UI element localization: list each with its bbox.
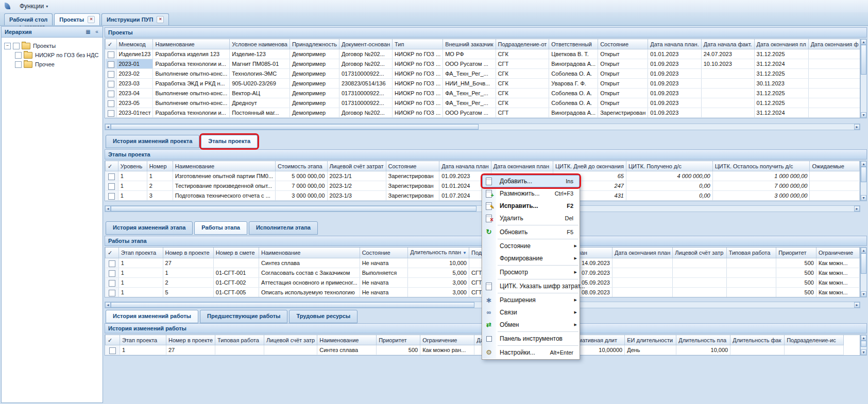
column-header[interactable]: Наименование bbox=[173, 161, 275, 171]
column-header[interactable]: Этап проекта bbox=[120, 335, 166, 345]
context-menu-item[interactable]: ↻ОбновитьF5 bbox=[482, 226, 580, 238]
column-header[interactable]: Длительность план▼ bbox=[408, 248, 469, 258]
column-header[interactable]: Номер bbox=[147, 161, 173, 171]
column-header[interactable]: ЕИ длительности bbox=[625, 335, 676, 345]
context-menu-item[interactable]: Размножить...Ctrl+F3 bbox=[482, 187, 580, 200]
context-menu-item[interactable]: УдалитьDel bbox=[482, 212, 580, 224]
column-header[interactable]: Состояние bbox=[386, 161, 439, 171]
column-header[interactable]: Уровень bbox=[118, 161, 147, 171]
column-header[interactable]: Длительность фак bbox=[730, 335, 785, 345]
row-checkbox[interactable] bbox=[109, 347, 116, 354]
column-header[interactable]: Длительность пла bbox=[676, 335, 730, 345]
column-header[interactable]: Дата начала факт. bbox=[701, 39, 754, 49]
column-header[interactable]: Этап проекта bbox=[118, 248, 163, 258]
column-header[interactable]: Номер в проекте bbox=[166, 335, 215, 345]
column-header[interactable]: Приоритет bbox=[377, 335, 420, 345]
scrollbar-thumb[interactable] bbox=[111, 124, 479, 130]
subtab[interactable]: История изменений проекта bbox=[106, 135, 199, 148]
row-checkbox[interactable] bbox=[108, 183, 115, 190]
context-menu-item[interactable]: ∞Связи▶ bbox=[482, 306, 580, 319]
column-header[interactable]: Принадлежность bbox=[290, 39, 339, 49]
collapse-panel-icon[interactable]: « bbox=[93, 28, 101, 36]
row-checkbox[interactable] bbox=[109, 260, 115, 267]
scroll-up-icon[interactable]: ▴ bbox=[861, 161, 866, 167]
context-menu-item[interactable]: Состояние▶ bbox=[482, 240, 580, 252]
column-header[interactable]: Наименование bbox=[259, 248, 360, 258]
subtab[interactable]: Трудовые ресурсы bbox=[289, 310, 358, 323]
projects-horizontal-scrollbar[interactable]: ◂ ▸ bbox=[105, 124, 860, 130]
column-header[interactable]: Тип bbox=[393, 39, 443, 49]
subtab[interactable]: История изменений работы bbox=[106, 310, 198, 323]
scrollbar-track[interactable] bbox=[861, 167, 866, 195]
table-row[interactable]: 2023-04Выполнение опытно-конс...Вектор-А… bbox=[106, 89, 861, 98]
row-checkbox[interactable] bbox=[109, 290, 115, 296]
workspace-tab[interactable]: Рабочий стол bbox=[4, 13, 53, 25]
row-checkbox[interactable] bbox=[108, 173, 115, 180]
context-menu-item[interactable]: ЦИТК. Указать шифр затрат... bbox=[482, 280, 580, 292]
column-header[interactable]: Ожидаемые bbox=[810, 161, 860, 171]
close-icon[interactable]: × bbox=[88, 16, 95, 23]
tree-item[interactable]: −Проекты bbox=[2, 41, 103, 50]
column-header[interactable]: Лицевой счёт затрат bbox=[327, 161, 386, 171]
column-header[interactable]: Приоритет bbox=[776, 248, 816, 258]
column-header[interactable]: Состояние bbox=[598, 39, 648, 49]
scroll-down-icon[interactable]: ▾ bbox=[861, 195, 866, 201]
column-header[interactable]: Лицевой счёт затр bbox=[264, 335, 317, 345]
row-checkbox[interactable] bbox=[108, 81, 114, 87]
scrollbar-thumb[interactable] bbox=[861, 45, 866, 75]
table-row[interactable]: Изделие123Разработка изделия 123Изделие-… bbox=[106, 49, 861, 59]
column-header[interactable]: Ограничение bbox=[420, 335, 474, 345]
scrollbar-track[interactable] bbox=[861, 45, 866, 112]
select-all-header[interactable]: ✓ bbox=[106, 39, 117, 49]
context-menu-item[interactable]: ⇄Обмен▶ bbox=[482, 319, 580, 331]
scrollbar-track[interactable] bbox=[861, 341, 866, 349]
column-header[interactable]: Внешний заказчик bbox=[443, 39, 496, 49]
row-checkbox[interactable] bbox=[109, 270, 115, 277]
table-row[interactable]: 2023-01Разработка технологии и...Магнит … bbox=[106, 59, 861, 69]
scrollbar-thumb[interactable] bbox=[111, 302, 474, 308]
row-checkbox[interactable] bbox=[108, 110, 114, 117]
close-icon[interactable]: × bbox=[157, 16, 164, 23]
column-header[interactable]: Наименование bbox=[317, 335, 377, 345]
select-all-header[interactable]: ✓ bbox=[106, 161, 118, 171]
scrollbar-thumb[interactable] bbox=[861, 341, 866, 347]
scroll-left-icon[interactable]: ◂ bbox=[105, 206, 111, 212]
scrollbar-thumb[interactable] bbox=[861, 253, 866, 274]
context-menu-item[interactable]: Просмотр▶ bbox=[482, 266, 580, 278]
column-header[interactable]: Дата окончания пл bbox=[754, 39, 808, 49]
table-row[interactable]: 2023-05Выполнение опытно-конс...Дредноут… bbox=[106, 98, 861, 108]
column-header[interactable]: Условное наименова bbox=[230, 39, 290, 49]
context-menu-item[interactable]: Исправить...F2 bbox=[482, 200, 580, 212]
context-menu-item[interactable]: Панель инструментов bbox=[482, 332, 580, 345]
column-header[interactable]: Дата окончания план bbox=[491, 161, 553, 171]
scrollbar-track[interactable] bbox=[861, 253, 866, 291]
scroll-left-icon[interactable]: ◂ bbox=[105, 302, 111, 308]
column-header[interactable]: Типовая работа bbox=[215, 335, 264, 345]
works-vertical-scrollbar[interactable]: ▴ ▾ bbox=[860, 247, 867, 297]
column-header[interactable]: Типовая работа bbox=[726, 248, 776, 258]
workspace-tab[interactable]: Инструкции ПУП× bbox=[101, 13, 169, 25]
column-header[interactable]: Состояние bbox=[360, 248, 407, 258]
scroll-down-icon[interactable]: ▾ bbox=[861, 112, 866, 118]
column-header[interactable]: Наименование bbox=[153, 39, 230, 49]
scroll-right-icon[interactable]: ▸ bbox=[854, 206, 860, 212]
scroll-down-icon[interactable]: ▾ bbox=[861, 349, 866, 355]
row-checkbox[interactable] bbox=[108, 51, 114, 58]
row-checkbox[interactable] bbox=[108, 71, 114, 78]
scroll-right-icon[interactable]: ▸ bbox=[854, 124, 860, 130]
tree-checkbox[interactable] bbox=[15, 52, 22, 59]
scroll-down-icon[interactable]: ▾ bbox=[861, 291, 866, 297]
table-row[interactable]: 2023-03Разработка ЭКД и РКД н...905-U020… bbox=[106, 79, 861, 89]
expander-icon[interactable]: − bbox=[4, 43, 11, 49]
context-menu-item[interactable]: Добавить...Ins bbox=[482, 175, 580, 187]
select-all-header[interactable]: ✓ bbox=[106, 248, 119, 258]
select-all-header[interactable]: ✓ bbox=[106, 335, 120, 345]
scrollbar-thumb[interactable] bbox=[111, 206, 476, 212]
column-header[interactable]: Номер в проекте bbox=[163, 248, 213, 258]
column-header[interactable]: Ответственный bbox=[549, 39, 598, 49]
column-header[interactable]: Ограничение bbox=[816, 248, 859, 258]
column-header[interactable]: Дата окончания план bbox=[612, 248, 672, 258]
scroll-up-icon[interactable]: ▴ bbox=[861, 335, 866, 341]
scroll-left-icon[interactable]: ◂ bbox=[105, 124, 111, 130]
table-row[interactable]: 2023-01тестРазработка технологии и...Пос… bbox=[106, 108, 861, 118]
